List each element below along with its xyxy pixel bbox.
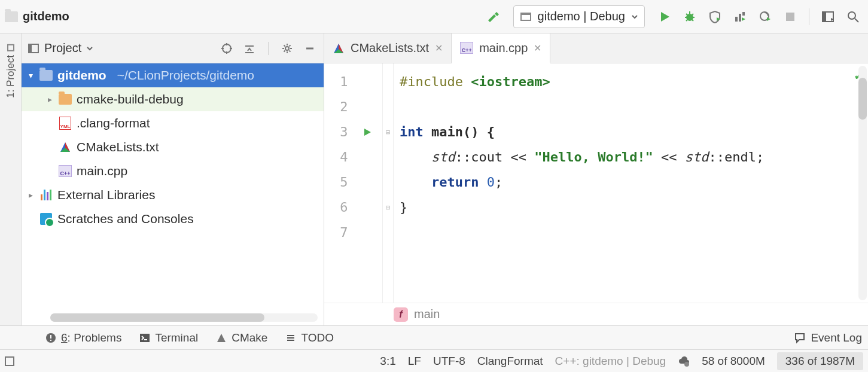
file-encoding[interactable]: UTF-8 bbox=[433, 355, 465, 368]
tree-item-label: .clang-format bbox=[77, 116, 150, 130]
cmake-icon bbox=[216, 333, 227, 343]
gear-icon bbox=[281, 42, 293, 54]
collapse-all-button[interactable] bbox=[242, 41, 257, 56]
scrollbar-thumb[interactable] bbox=[50, 313, 264, 322]
tree-item-clang-format[interactable]: YML .clang-format bbox=[22, 111, 324, 135]
layout-settings-button[interactable] bbox=[818, 7, 838, 27]
project-tree[interactable]: ▾ gitdemo ~/CLionProjects/gitdemo ▸ cmak… bbox=[22, 63, 324, 325]
run-button[interactable] bbox=[654, 7, 675, 27]
breadcrumb-name: main bbox=[414, 307, 440, 321]
event-log-toolwin-tab[interactable]: Event Log bbox=[794, 331, 862, 344]
code-token: return bbox=[431, 175, 479, 190]
stop-button[interactable] bbox=[780, 7, 800, 27]
chevron-down-icon[interactable] bbox=[86, 45, 93, 52]
code-token: #include bbox=[400, 74, 471, 89]
fold-end-icon[interactable]: ⊟ bbox=[383, 195, 393, 220]
inspections-widget[interactable] bbox=[678, 355, 690, 367]
tree-item-ext-libs[interactable]: ▸ External Libraries bbox=[22, 183, 324, 207]
profile-button[interactable] bbox=[730, 7, 750, 27]
run-config-label: gitdemo | Debug bbox=[538, 10, 625, 23]
svg-line-9 bbox=[692, 19, 693, 21]
code-token: } bbox=[400, 200, 407, 215]
project-folder-icon bbox=[39, 70, 53, 81]
heap-size[interactable]: 58 of 8000M bbox=[702, 355, 765, 368]
tree-item-cmakelists[interactable]: CMakeLists.txt bbox=[22, 135, 324, 159]
chevron-right-icon[interactable]: ▸ bbox=[45, 94, 54, 104]
tree-item-label: External Libraries bbox=[57, 188, 155, 202]
tree-item-cmake-build[interactable]: ▸ cmake-build-debug bbox=[22, 87, 324, 111]
code-area[interactable]: #include <iostream> int main() { std::co… bbox=[394, 63, 868, 303]
project-name: gitdemo bbox=[23, 10, 69, 23]
search-everywhere-button[interactable] bbox=[843, 7, 863, 27]
profiler-icon bbox=[733, 10, 747, 23]
tree-root-name: gitdemo bbox=[57, 68, 106, 83]
navigation-bar: gitdemo gitdemo | Debug bbox=[0, 0, 868, 33]
run-line-marker[interactable] bbox=[353, 120, 382, 145]
close-tab-button[interactable]: ✕ bbox=[435, 42, 443, 54]
fold-start-icon[interactable]: ⊟ bbox=[383, 120, 393, 145]
line-number: 6 bbox=[324, 195, 353, 220]
project-tool-tab[interactable]: 1: Project bbox=[4, 39, 18, 103]
problems-toolwin-tab[interactable]: 6: Problems bbox=[45, 331, 121, 344]
line-separator[interactable]: LF bbox=[408, 355, 421, 368]
tab-cmakelists[interactable]: CMakeLists.txt ✕ bbox=[324, 33, 452, 63]
project-panel-header: Project bbox=[22, 33, 324, 63]
build-button[interactable] bbox=[483, 7, 504, 27]
run-configuration-select[interactable]: gitdemo | Debug bbox=[513, 5, 645, 28]
window-toggle-icon[interactable] bbox=[5, 356, 14, 366]
caret-position[interactable]: 3:1 bbox=[380, 355, 395, 368]
tree-item-scratches[interactable]: Scratches and Consoles bbox=[22, 207, 324, 231]
context-info[interactable]: C++: gitdemo | Debug bbox=[555, 355, 666, 368]
editor-breadcrumb[interactable]: f main bbox=[324, 303, 868, 325]
tree-item-label: cmake-build-debug bbox=[77, 92, 184, 106]
fold-markers: ⊟ ⊟ bbox=[383, 63, 394, 303]
bug-icon bbox=[683, 10, 696, 23]
code-style[interactable]: ClangFormat bbox=[477, 355, 543, 368]
horizontal-scrollbar[interactable] bbox=[50, 313, 318, 322]
code-token: "Hello, World!" bbox=[534, 150, 653, 164]
tab-main-cpp[interactable]: C++ main.cpp ✕ bbox=[452, 33, 550, 63]
memory-play-icon bbox=[759, 10, 772, 23]
code-token: ::cout << bbox=[455, 150, 534, 164]
play-icon bbox=[659, 11, 671, 23]
chevron-right-icon[interactable]: ▸ bbox=[26, 190, 35, 200]
tree-item-main-cpp[interactable]: C++ main.cpp bbox=[22, 159, 324, 183]
svg-line-18 bbox=[855, 19, 858, 22]
terminal-toolwin-tab[interactable]: Terminal bbox=[139, 331, 198, 344]
tree-root-item[interactable]: ▾ gitdemo ~/CLionProjects/gitdemo bbox=[22, 63, 324, 87]
editor-tabs: CMakeLists.txt ✕ C++ main.cpp ✕ bbox=[324, 33, 868, 63]
close-tab-button[interactable]: ✕ bbox=[534, 42, 541, 54]
stop-icon bbox=[785, 11, 796, 22]
code-editor[interactable]: 1 2 3 4 5 6 7 ⊟ ⊟ bbox=[324, 63, 868, 303]
breadcrumb[interactable]: gitdemo bbox=[5, 10, 69, 23]
chevron-down-icon[interactable]: ▾ bbox=[26, 71, 35, 80]
valgrind-button[interactable] bbox=[755, 7, 775, 27]
cmake-toolwin-tab[interactable]: CMake bbox=[216, 331, 267, 344]
scrollbar-thumb[interactable] bbox=[858, 78, 867, 120]
svg-rect-12 bbox=[742, 12, 745, 16]
select-opened-file-button[interactable] bbox=[219, 41, 234, 56]
tree-item-label: main.cpp bbox=[77, 164, 127, 178]
hide-panel-button[interactable] bbox=[302, 41, 318, 56]
cloud-gear-icon bbox=[678, 355, 690, 367]
vertical-scrollbar[interactable] bbox=[858, 66, 867, 300]
code-token: std bbox=[685, 150, 709, 164]
warning-icon bbox=[45, 333, 56, 343]
main-area: 1: Project Project bbox=[0, 33, 868, 325]
cmake-file-icon bbox=[333, 42, 345, 54]
speech-bubble-icon bbox=[794, 332, 806, 344]
todo-toolwin-tab[interactable]: TODO bbox=[285, 331, 334, 344]
code-token: main() { bbox=[424, 124, 495, 139]
svg-rect-14 bbox=[786, 13, 794, 21]
tool-window-bar: 6: Problems Terminal CMake TODO Event Lo… bbox=[0, 325, 868, 349]
project-tab-label: 1: Project bbox=[5, 55, 17, 98]
coverage-button[interactable] bbox=[705, 7, 725, 27]
panel-settings-button[interactable] bbox=[279, 41, 295, 56]
tree-item-label: CMakeLists.txt bbox=[77, 140, 159, 154]
tree-root-path: ~/CLionProjects/gitdemo bbox=[117, 68, 254, 83]
memory-indicator[interactable]: 336 of 1987M bbox=[777, 352, 863, 370]
tree-item-label: Scratches and Consoles bbox=[57, 212, 194, 226]
line-number: 2 bbox=[324, 94, 353, 120]
code-token: ; bbox=[495, 175, 502, 190]
debug-button[interactable] bbox=[680, 7, 700, 27]
